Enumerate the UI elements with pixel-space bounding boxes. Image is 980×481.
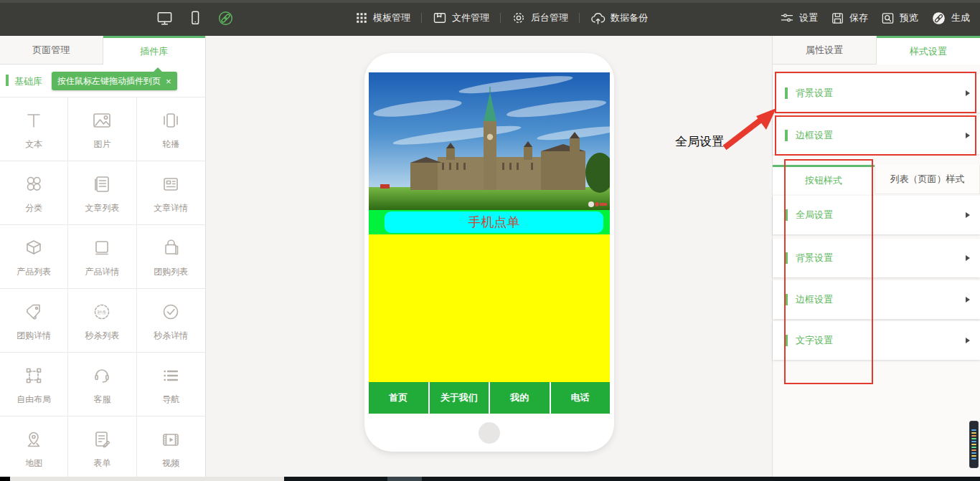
minimap-widget[interactable]	[969, 421, 979, 468]
minimap-mark	[971, 455, 976, 457]
tooltip-arrow	[154, 67, 162, 72]
plugin-form[interactable]: 表单	[68, 416, 136, 477]
hero-image-widget[interactable]	[369, 72, 610, 210]
preview-button[interactable]: 预览	[881, 11, 918, 25]
product-detail-icon	[90, 236, 114, 260]
plugin-product-detail[interactable]: 产品详情	[68, 225, 136, 289]
close-icon[interactable]: ×	[166, 77, 171, 86]
green-marker	[785, 335, 788, 346]
nav-item-home[interactable]: 首页	[369, 382, 428, 414]
chevron-right-icon	[966, 212, 970, 218]
plugin-groupbuy-list[interactable]: 团购列表	[137, 225, 205, 289]
tooltip-text: 按住鼠标左键拖动插件到页	[57, 75, 161, 87]
menu-label: 模板管理	[373, 11, 410, 24]
menu-file-management[interactable]: 文件管理	[433, 11, 489, 25]
groupbuy-list-icon	[159, 236, 183, 260]
chevron-right-icon	[966, 338, 970, 343]
menu-backend-management[interactable]: 后台管理	[512, 11, 568, 25]
plugin-article-list[interactable]: 文章列表	[68, 161, 136, 225]
scrollbar-track-start	[0, 477, 10, 481]
plugin-seckill-list[interactable]: 秒杀 秒杀列表	[68, 289, 136, 353]
menu-label: 后台管理	[531, 11, 568, 24]
phone-mockup: 手机点单 首页 关于我们 我的 电话	[364, 53, 614, 452]
phone-bottom-nav: 首页 关于我们 我的 电话	[369, 382, 610, 414]
minimap-mark	[971, 438, 976, 439]
menu-data-backup[interactable]: 数据备份	[590, 11, 648, 26]
plugin-seckill-detail[interactable]: 秒杀详情	[137, 289, 205, 353]
order-button[interactable]: 手机点单	[385, 211, 603, 233]
chevron-right-icon	[966, 133, 970, 138]
right-tabs: 属性设置 样式设置	[773, 36, 980, 65]
green-marker	[785, 209, 788, 221]
plugin-category[interactable]: 分类	[0, 161, 68, 225]
seckill-detail-icon	[159, 300, 183, 324]
design-canvas: 手机点单 首页 关于我们 我的 电话	[207, 36, 772, 477]
scrollbar-thumb[interactable]	[10, 477, 284, 481]
tab-style-settings[interactable]: 样式设置	[877, 36, 980, 65]
plugin-image[interactable]: 图片	[68, 97, 136, 161]
seckill-icon-text: 秒杀	[98, 309, 108, 315]
accordion-global-settings[interactable]: 全局设置	[773, 196, 980, 234]
tab-page-management[interactable]: 页面管理	[0, 36, 103, 65]
accordion-button-background-settings[interactable]: 背景设置	[773, 239, 980, 277]
nav-item-about[interactable]: 关于我们	[428, 382, 489, 414]
plugin-text[interactable]: 文本	[0, 97, 68, 161]
plugin-map[interactable]: 地图	[0, 416, 68, 477]
plugin-groupbuy-detail[interactable]: 团购详情	[0, 289, 68, 353]
accordion-border-settings[interactable]: 边框设置	[773, 117, 980, 154]
section-label: 基础库	[14, 75, 42, 88]
minimap-mark	[971, 449, 976, 451]
top-bar: 模板管理 文件管理 后台管理 数据备份 设置	[0, 0, 980, 36]
save-button[interactable]: 保存	[831, 11, 868, 25]
divider	[421, 13, 422, 23]
nav-list-icon	[159, 363, 183, 388]
subtab-button-style[interactable]: 按钮样式	[773, 165, 875, 194]
nav-item-mine[interactable]: 我的	[489, 382, 550, 414]
plugin-carousel[interactable]: 轮播	[137, 97, 205, 161]
left-tabs: 页面管理 插件库	[0, 36, 205, 65]
nav-item-phone[interactable]: 电话	[550, 382, 611, 414]
plugin-article-detail[interactable]: 文章详情	[137, 161, 205, 225]
link-icon[interactable]	[217, 10, 234, 27]
scrollbar-segment	[387, 477, 422, 481]
plugin-grid: 文本 图片 轮播 分类 文章列表 文章详情	[0, 97, 205, 477]
plugin-video[interactable]: 视频	[137, 416, 205, 477]
minimap-mark	[971, 435, 976, 437]
free-layout-icon	[22, 363, 46, 388]
settings-button[interactable]: 设置	[780, 11, 818, 25]
tab-plugin-library[interactable]: 插件库	[103, 36, 206, 65]
accordion-background-settings[interactable]: 背景设置	[773, 74, 980, 113]
subtab-list-page-style[interactable]: 列表（页面）样式	[875, 165, 980, 194]
action-buttons: 设置 保存 预览 生成	[780, 0, 970, 36]
category-icon	[22, 172, 46, 196]
accordion-button-border-settings[interactable]: 边框设置	[773, 280, 980, 319]
green-marker	[785, 130, 788, 141]
tab-property-settings[interactable]: 属性设置	[773, 36, 877, 65]
plugin-service[interactable]: 客服	[68, 353, 136, 416]
cloud-upload-icon	[590, 11, 606, 26]
mobile-icon[interactable]	[187, 10, 203, 26]
phone-screen: 手机点单 首页 关于我们 我的 电话	[369, 72, 610, 414]
preview-icon	[881, 11, 895, 25]
yellow-content-block[interactable]	[369, 234, 610, 382]
plugin-free-layout[interactable]: 自由布局	[0, 353, 68, 416]
image-icon	[90, 108, 114, 133]
menu-template-management[interactable]: 模板管理	[355, 11, 410, 24]
minimap-mark	[971, 429, 976, 431]
generate-button[interactable]: 生成	[931, 11, 970, 26]
action-label: 预览	[900, 11, 918, 24]
banner-widget: 手机点单	[369, 210, 610, 234]
article-list-icon	[90, 172, 114, 196]
desktop-icon[interactable]	[156, 10, 173, 27]
minimap-mark	[971, 458, 976, 459]
sliders-icon	[780, 11, 794, 25]
settings-sidebar: 属性设置 样式设置 背景设置 边框设置 按钮样式 列表（页面）样式 全局设置 背…	[772, 36, 980, 477]
green-marker	[785, 294, 788, 305]
chevron-right-icon	[966, 90, 970, 96]
main-menu: 模板管理 文件管理 后台管理 数据备份	[355, 0, 648, 36]
horizontal-scrollbar[interactable]	[0, 477, 980, 481]
accordion-text-settings[interactable]: 文字设置	[773, 321, 980, 360]
green-marker	[6, 75, 9, 86]
plugin-product-list[interactable]: 产品列表	[0, 225, 68, 289]
plugin-nav[interactable]: 导航	[137, 353, 205, 416]
